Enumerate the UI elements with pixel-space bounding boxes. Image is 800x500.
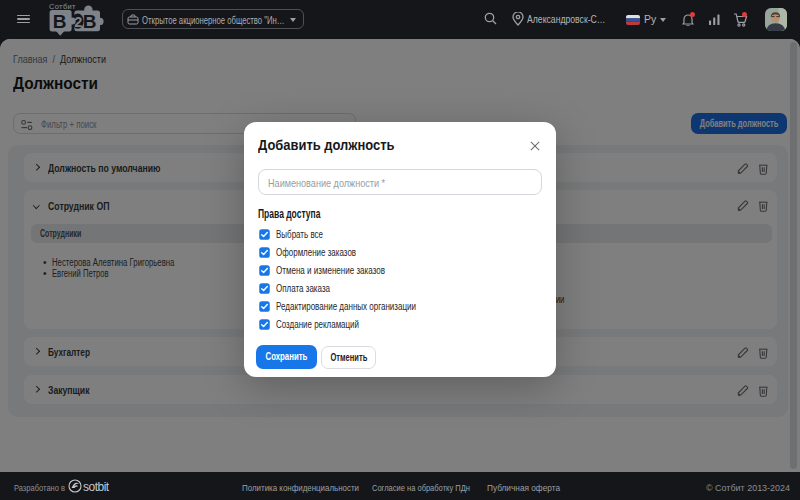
svg-text:B: B [53,11,67,32]
svg-text:2: 2 [74,14,82,30]
svg-text:sotbit: sotbit [83,480,110,494]
svg-text:B: B [83,11,97,32]
